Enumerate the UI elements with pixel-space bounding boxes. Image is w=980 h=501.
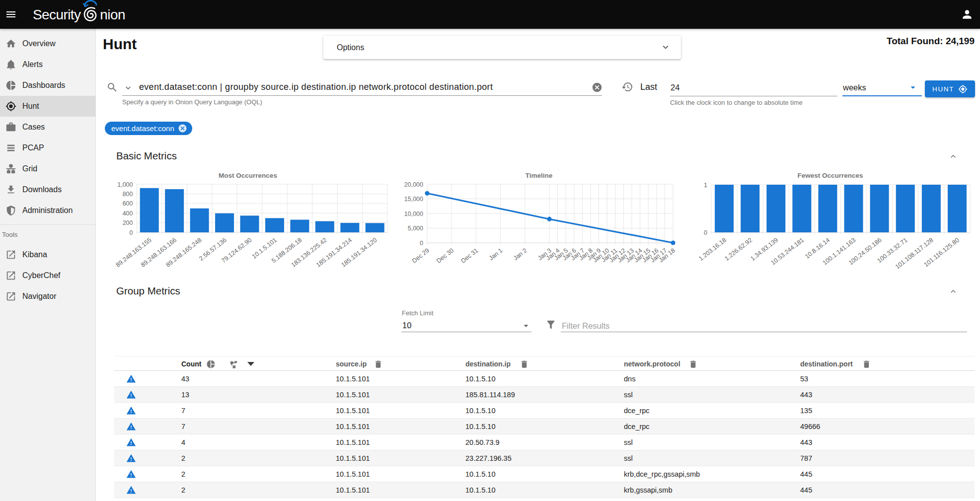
open-in-new-icon [5, 249, 16, 260]
time-unit-select[interactable]: weeks [843, 81, 866, 93]
sidebar-item-pcap[interactable]: PCAP [0, 138, 96, 158]
fetch-limit-select[interactable]: 10 [402, 319, 411, 331]
sidebar-item-downloads[interactable]: Downloads [0, 179, 96, 200]
cell-network-protocol: dce_rpc [624, 405, 650, 416]
sidebar-item-cases[interactable]: Cases [0, 117, 96, 138]
row-alert-icon[interactable] [126, 374, 136, 384]
onion-spiral-icon [80, 2, 100, 28]
sidebar-tool-kibana[interactable]: Kibana [0, 244, 96, 265]
row-alert-icon[interactable] [126, 469, 136, 479]
cell-Count: 4 [181, 437, 185, 448]
cell-network-protocol: ssl [624, 437, 633, 448]
svg-text:Most Occurrences: Most Occurrences [219, 172, 277, 179]
sidebar-item-label: PCAP [22, 143, 44, 152]
cell-destination-ip: 10.1.5.10 [465, 469, 495, 480]
sidebar-divider [0, 224, 96, 225]
hunt-button[interactable]: HUNT [925, 80, 975, 97]
table-row[interactable]: 1310.1.5.101185.81.114.189ssl443 [114, 387, 975, 403]
svg-text:Timeline: Timeline [526, 172, 553, 179]
query-dropdown-caret-icon[interactable] [123, 83, 133, 93]
sidebar-item-label: Grid [22, 164, 37, 173]
row-alert-icon[interactable] [126, 485, 136, 495]
cell-Count: 13 [181, 389, 189, 400]
table-row[interactable]: 410.1.5.10120.50.73.9ssl443 [114, 434, 975, 450]
column-header-destination-ip[interactable]: destination.ip [465, 358, 511, 369]
cell-source-ip: 10.1.5.101 [336, 469, 370, 480]
time-amount-input[interactable]: 24 [671, 81, 679, 93]
row-alert-icon[interactable] [126, 422, 136, 431]
delete-column-destination-port-icon[interactable] [862, 359, 871, 369]
briefcase-icon [5, 122, 16, 133]
fetch-limit-caret-icon[interactable] [521, 320, 531, 331]
row-alert-icon[interactable] [126, 390, 136, 400]
svg-text:0: 0 [420, 240, 423, 247]
cell-network-protocol: krb,dce_rpc,gssapi,smb [624, 469, 700, 480]
filter-chip[interactable]: event.dataset:conn [105, 122, 192, 135]
row-alert-icon[interactable] [126, 453, 136, 463]
table-row[interactable]: 210.1.5.10110.1.5.10krb,dce_rpc,gssapi,s… [114, 466, 975, 482]
table-row[interactable]: 710.1.5.10110.1.5.10dce_rpc135 [114, 403, 975, 419]
svg-text:400: 400 [123, 210, 133, 217]
cell-destination-ip: 20.50.73.9 [465, 437, 500, 448]
total-found: Total Found: 24,199 [887, 35, 975, 47]
row-alert-icon[interactable] [126, 437, 136, 447]
sidebar-item-label: Cases [22, 123, 45, 132]
history-clock-icon[interactable] [621, 81, 633, 93]
sidebar-item-overview[interactable]: Overview [0, 33, 96, 54]
sidebar-item-hunt[interactable]: Hunt [0, 96, 96, 117]
logo-text-nion: nion [100, 7, 125, 23]
group-metrics-collapse-icon[interactable] [948, 286, 958, 296]
sidebar-item-label: Alerts [22, 60, 43, 69]
options-panel[interactable]: Options [323, 36, 681, 59]
bell-icon [5, 59, 16, 70]
column-header-destination-port[interactable]: destination.port [800, 358, 853, 369]
sidebar-item-grid[interactable]: Grid [0, 158, 96, 179]
filter-results-input[interactable]: Filter Results [562, 320, 609, 332]
sidebar-tool-navigator[interactable]: Navigator [0, 286, 96, 307]
pie-chart-toggle-icon[interactable] [206, 359, 216, 369]
sidebar-item-dashboards[interactable]: Dashboards [0, 75, 96, 96]
query-clear-icon[interactable] [592, 82, 603, 93]
filter-chip-row: event.dataset:conn [105, 122, 192, 135]
cell-Count: 7 [181, 405, 185, 416]
table-row[interactable]: 4310.1.5.10110.1.5.10dns53 [114, 371, 975, 387]
query-input[interactable]: event.dataset:conn | groupby source.ip d… [139, 80, 596, 94]
cell-network-protocol: dce_rpc [624, 421, 650, 432]
shield-icon [5, 205, 16, 216]
svg-text:Jan 1: Jan 1 [488, 247, 504, 262]
row-alert-icon[interactable] [126, 406, 136, 416]
cell-destination-ip: 10.1.5.10 [465, 421, 495, 432]
time-unit-caret-icon[interactable] [907, 82, 918, 93]
query-underline [122, 95, 602, 96]
table-row[interactable]: 210.1.5.10123.227.196.35ssl787 [114, 450, 975, 466]
chart-fewest-occurrences: Fewest Occurrences011.203.16.181.226.62.… [690, 169, 970, 276]
cell-destination-port: 445 [800, 469, 812, 480]
delete-column-source-ip-icon[interactable] [374, 359, 383, 369]
filter-chip-remove-icon[interactable] [178, 124, 187, 133]
svg-text:10,000: 10,000 [404, 211, 423, 217]
chart-most-occurrences: Most Occurrences02004006008001,00089.248… [108, 169, 387, 276]
security-onion-logo[interactable]: Security nion [33, 3, 125, 27]
sidebar-tool-cyberchef[interactable]: CyberChef [0, 265, 96, 286]
chevron-down-icon[interactable] [660, 42, 671, 53]
delete-column-destination-ip-icon[interactable] [520, 359, 529, 369]
delete-column-network-protocol-icon[interactable] [688, 359, 698, 369]
cell-source-ip: 10.1.5.101 [336, 437, 370, 448]
cell-destination-port: 443 [800, 437, 812, 448]
sankey-diagram-toggle-icon[interactable] [229, 360, 238, 369]
pie-chart-icon [5, 80, 16, 91]
account-icon[interactable] [961, 8, 974, 21]
column-header-network-protocol[interactable]: network.protocol [624, 358, 680, 369]
group-metrics-table: Count source.ip destination.ip network.p… [114, 356, 975, 498]
total-found-label: Total Found: [887, 36, 943, 46]
cell-source-ip: 10.1.5.101 [336, 485, 370, 496]
sidebar-item-alerts[interactable]: Alerts [0, 54, 96, 75]
column-header-source-ip[interactable]: source.ip [336, 358, 367, 369]
basic-metrics-collapse-icon[interactable] [948, 151, 958, 161]
menu-icon[interactable] [5, 8, 17, 20]
table-row[interactable]: 210.1.5.10110.1.5.10krb,gssapi,smb445 [114, 482, 975, 498]
sort-caret-icon[interactable] [247, 362, 254, 366]
table-row[interactable]: 710.1.5.10110.1.5.10dce_rpc49666 [114, 419, 975, 434]
column-header-count[interactable]: Count [181, 358, 201, 369]
sidebar-item-administration[interactable]: Administration [0, 200, 96, 221]
